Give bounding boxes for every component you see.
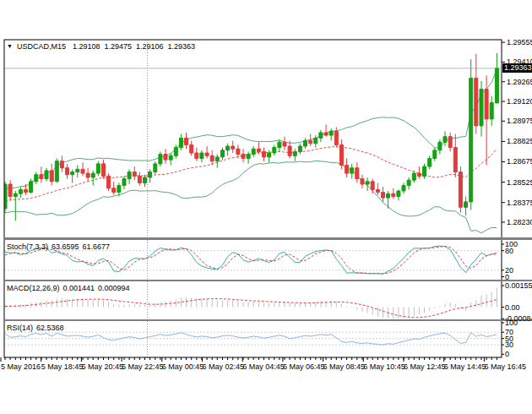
symbol-title: USDCAD,M15	[17, 42, 66, 51]
time-axis-label: 6 May 14:45	[444, 362, 486, 371]
macd-name: MACD(12,26,9)	[7, 284, 60, 292]
ohlc-high: 1.29475	[105, 42, 133, 51]
price-axis-label: 1.28675	[507, 157, 532, 166]
price-axis-label: 1.29265	[507, 78, 532, 86]
ohlc-open: 1.29108	[73, 42, 100, 51]
stochastic-d-value: 61.6677	[83, 242, 111, 251]
rsi-axis-label: 30	[505, 340, 513, 349]
time-axis-label: 6 May 04:45	[242, 362, 285, 371]
rsi-axis-label: 0	[505, 350, 509, 358]
rsi-axis-label: 100	[505, 319, 518, 327]
stochastic-label-row: Stoch(7,3,3)63.659561.6677	[7, 242, 113, 251]
price-axis-label: 1.28375	[507, 199, 532, 207]
time-axis-label: 6 May 00:45	[162, 362, 204, 371]
ohlc-low: 1.29106	[136, 42, 164, 51]
stochastic-name: Stoch(7,3,3)	[7, 242, 48, 251]
time-axis-label: 6 May 02:45	[203, 362, 245, 371]
macd-axis-label: 0.00155	[505, 281, 532, 290]
time-axis-label: 5 May 2016	[1, 362, 41, 371]
ohlc-close: 1.29363	[168, 42, 196, 51]
time-axis-label: 6 May 12:45	[404, 362, 446, 371]
time-axis-label: 6 May 10:45	[363, 362, 405, 371]
macd-signal-value: 0.000994	[98, 284, 130, 292]
time-axis-label: 5 May 22:45	[122, 362, 164, 371]
current-price-tag: 1.29363	[502, 63, 532, 73]
macd-label-row: MACD(12,26,9)0.0014410.000994	[7, 284, 133, 292]
price-axis-label: 1.29120	[507, 97, 532, 106]
stoch-axis-label: 0	[505, 273, 509, 281]
chart-window: ▼USDCAD,M151.291081.294751.291061.29363 …	[0, 0, 532, 414]
price-axis-label: 1.28825	[507, 137, 532, 145]
time-axis-label: 5 May 20:45	[81, 362, 123, 371]
stoch-axis-label: 80	[505, 247, 513, 255]
stochastic-k-value: 63.6595	[52, 242, 79, 251]
price-axis-label: 1.29555	[507, 38, 532, 46]
time-axis-label: 6 May 08:45	[323, 362, 366, 371]
chart-header: ▼USDCAD,M151.291081.294751.291061.29363	[7, 42, 199, 52]
macd-main-value: 0.001441	[63, 284, 95, 292]
rsi-label-row: RSI(14)62.5368	[7, 324, 68, 332]
macd-axis-label: 0.00	[505, 303, 520, 312]
symbol-dropdown-icon[interactable]: ▼	[7, 43, 13, 49]
rsi-name: RSI(14)	[7, 324, 33, 332]
rsi-value: 62.5368	[36, 324, 64, 332]
time-axis-label: 5 May 18:45	[41, 362, 84, 371]
price-axis-label: 1.28975	[507, 117, 532, 125]
price-axis-label: 1.28525	[507, 178, 532, 187]
time-axis-label: 6 May 06:45	[283, 362, 325, 371]
background	[0, 0, 532, 414]
price-axis-label: 1.28230	[507, 218, 532, 226]
chart-canvas[interactable]	[0, 0, 532, 414]
time-axis-label: 6 May 16:45	[484, 362, 526, 371]
